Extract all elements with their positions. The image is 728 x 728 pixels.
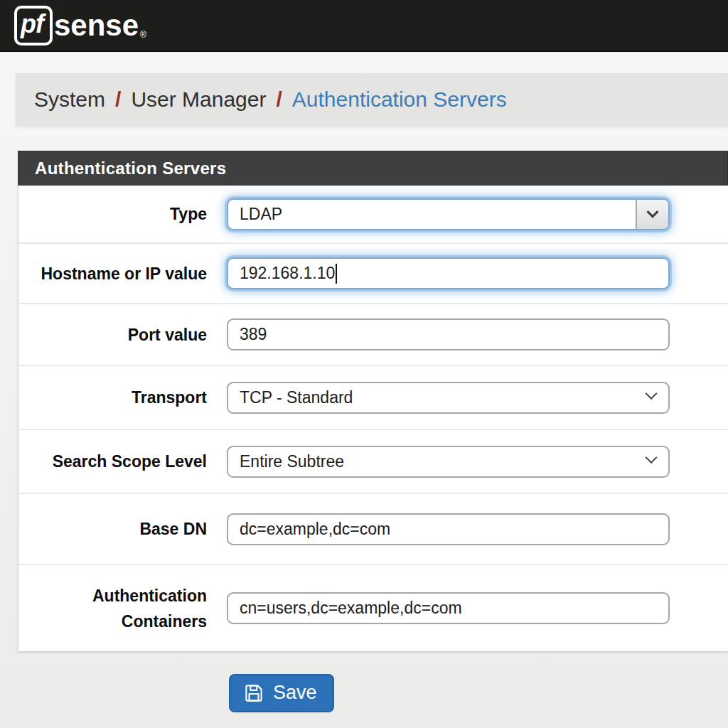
- chevron-down-icon[interactable]: [636, 200, 668, 229]
- port-input-value: 389: [240, 325, 267, 344]
- transport-select[interactable]: TCP - Standard: [227, 382, 670, 414]
- port-input[interactable]: 389: [227, 318, 670, 350]
- form-row-transport: Transport TCP - Standard: [18, 366, 728, 430]
- authentication-servers-panel: Authentication Servers Type LDAP Hostnam…: [18, 151, 728, 651]
- hostname-input[interactable]: 192.168.1.10: [227, 257, 670, 289]
- port-label: Port value: [18, 322, 207, 348]
- base-dn-label: Base DN: [18, 516, 207, 542]
- save-button-label: Save: [273, 682, 317, 704]
- form-row-base-dn: Base DN dc=example,dc=com: [18, 494, 728, 565]
- panel-body: Type LDAP Hostname or IP value 192.168.1…: [18, 186, 728, 651]
- registered-trademark-icon: ®: [140, 30, 146, 40]
- text-cursor: [336, 264, 337, 284]
- search-scope-select-value: Entire Subtree: [240, 452, 344, 471]
- auth-containers-label: Authentication Containers: [18, 583, 207, 634]
- form-row-search-scope: Search Scope Level Entire Subtree: [18, 430, 728, 494]
- form-row-hostname: Hostname or IP value 192.168.1.10: [18, 244, 728, 304]
- save-icon: [243, 682, 264, 704]
- form-actions: Save: [229, 674, 728, 712]
- search-scope-select[interactable]: Entire Subtree: [227, 446, 670, 478]
- breadcrumb-user-manager[interactable]: User Manager: [131, 87, 266, 112]
- hostname-label: Hostname or IP value: [18, 261, 207, 287]
- type-select-value: LDAP: [240, 205, 282, 224]
- type-select[interactable]: LDAP: [227, 198, 670, 230]
- app-header: pfsense®: [0, 0, 728, 52]
- type-label: Type: [18, 201, 207, 227]
- pfsense-logo-sense: sense: [54, 9, 139, 43]
- form-row-type: Type LDAP: [18, 186, 728, 244]
- transport-label: Transport: [18, 385, 207, 410]
- base-dn-input[interactable]: dc=example,dc=com: [227, 513, 670, 545]
- panel-title: Authentication Servers: [18, 151, 728, 186]
- breadcrumb-system[interactable]: System: [34, 87, 105, 112]
- breadcrumb-authentication-servers[interactable]: Authentication Servers: [292, 87, 507, 112]
- auth-containers-input-value: cn=users,dc=example,dc=com: [240, 599, 462, 618]
- hostname-input-value: 192.168.1.10: [240, 264, 335, 283]
- pfsense-logo[interactable]: pfsense®: [14, 6, 146, 46]
- auth-containers-input[interactable]: cn=users,dc=example,dc=com: [227, 592, 670, 624]
- search-scope-label: Search Scope Level: [18, 449, 207, 474]
- chevron-down-icon: [647, 449, 655, 468]
- form-row-auth-containers: Authentication Containers cn=users,dc=ex…: [18, 565, 728, 651]
- breadcrumb-separator: /: [115, 87, 121, 112]
- breadcrumb-separator: /: [276, 87, 282, 112]
- chevron-down-icon: [647, 385, 655, 404]
- save-button[interactable]: Save: [229, 674, 334, 712]
- form-row-port: Port value 389: [18, 304, 728, 366]
- pfsense-logo-pf: pf: [14, 6, 53, 46]
- base-dn-input-value: dc=example,dc=com: [240, 520, 390, 539]
- breadcrumb: System / User Manager / Authentication S…: [16, 73, 728, 126]
- transport-select-value: TCP - Standard: [240, 388, 353, 407]
